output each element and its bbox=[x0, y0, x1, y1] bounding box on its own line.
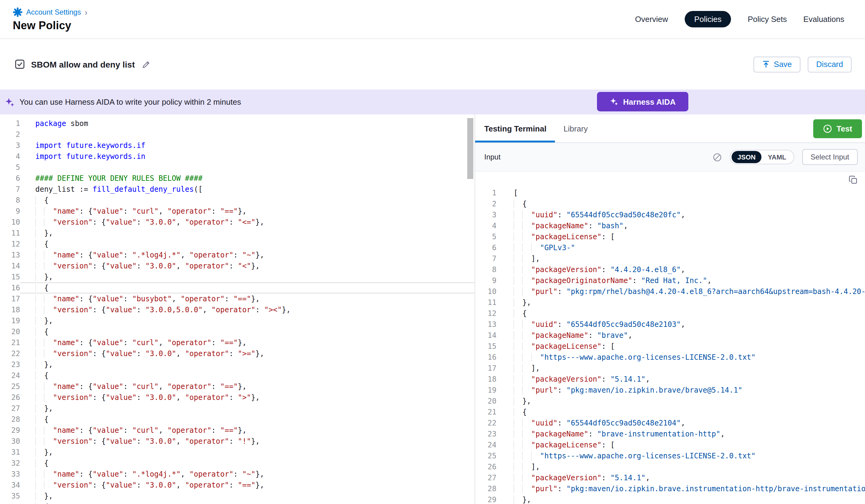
breadcrumb-account-settings-link[interactable]: Account Settings bbox=[26, 8, 81, 16]
input-json-line[interactable]: 4 "packageName": "bash", bbox=[475, 220, 865, 231]
line-number: 13 bbox=[475, 319, 496, 330]
editor-code-line[interactable]: 28 { bbox=[0, 414, 474, 425]
editor-code-line[interactable]: 4import future.keywords.in bbox=[0, 151, 474, 162]
editor-code-line[interactable]: 21 "name": {"value": "curl", "operator":… bbox=[0, 337, 474, 348]
input-json-line[interactable]: 9 "packageOriginatorName": "Red Hat, Inc… bbox=[475, 275, 865, 286]
main-area: 1package sbom23import future.keywords.if… bbox=[0, 115, 865, 504]
policy-actions: Save Discard bbox=[754, 56, 852, 72]
input-json-viewer[interactable]: 1[2 {3 "uuid": "65544df05cc9ad50c48e20fc… bbox=[475, 172, 865, 504]
input-json-line[interactable]: 6 "GPLv3-" bbox=[475, 242, 865, 253]
sparkle-icon bbox=[610, 97, 618, 106]
editor-scrollbar-thumb[interactable] bbox=[467, 118, 473, 179]
editor-code-line[interactable]: 19 }, bbox=[0, 315, 474, 326]
input-json-line[interactable]: 15 "packageLicense": [ bbox=[475, 341, 865, 352]
input-json-line[interactable]: 2 { bbox=[475, 198, 865, 209]
editor-code-line[interactable]: 6#### DEFINE YOUR DENY RULES BELOW #### bbox=[0, 173, 474, 184]
editor-code-line[interactable]: 12 { bbox=[0, 238, 474, 249]
editor-code-line[interactable]: 5 bbox=[0, 162, 474, 173]
copy-icon[interactable] bbox=[849, 175, 858, 184]
input-json-line[interactable]: 29 }, bbox=[475, 494, 865, 504]
editor-code-line[interactable]: 36 { bbox=[0, 502, 474, 504]
format-toggle-yaml[interactable]: YAML bbox=[762, 151, 792, 163]
input-json-line[interactable]: 24 "packageLicense": [ bbox=[475, 439, 865, 450]
input-json-line[interactable]: 26 ], bbox=[475, 461, 865, 472]
editor-code-line[interactable]: 25 "name": {"value": "curl", "operator":… bbox=[0, 381, 474, 392]
input-json-line[interactable]: 8 "packageVersion": "4.4.20-4.el8_6", bbox=[475, 264, 865, 275]
input-json-line[interactable]: 16 "https---www.apache.org-licenses-LICE… bbox=[475, 352, 865, 363]
tab-library[interactable]: Library bbox=[555, 115, 596, 142]
editor-code-line[interactable]: 32 { bbox=[0, 458, 474, 469]
input-json-line[interactable]: 1[ bbox=[475, 187, 865, 198]
policy-code-editor[interactable]: 1package sbom23import future.keywords.if… bbox=[0, 115, 475, 504]
input-json-line[interactable]: 11 }, bbox=[475, 297, 865, 308]
test-button[interactable]: Test bbox=[813, 119, 862, 138]
save-button[interactable]: Save bbox=[754, 56, 800, 72]
input-json-line[interactable]: 14 "packageName": "brave", bbox=[475, 330, 865, 341]
play-circle-icon bbox=[823, 124, 832, 133]
editor-code-line[interactable]: 29 "name": {"value": "curl", "operator":… bbox=[0, 425, 474, 436]
input-json-line[interactable]: 7 ], bbox=[475, 253, 865, 264]
code-line-content: { bbox=[20, 414, 474, 425]
editor-code-line[interactable]: 13 "name": {"value": ".*log4j.*", "opera… bbox=[0, 249, 474, 260]
editor-code-line[interactable]: 31 }, bbox=[0, 447, 474, 458]
editor-code-line[interactable]: 23 }, bbox=[0, 359, 474, 370]
editor-code-line[interactable]: 26 "version": {"value": "3.0.0", "operat… bbox=[0, 392, 474, 403]
editor-code-line[interactable]: 11 }, bbox=[0, 228, 474, 238]
input-json-line[interactable]: 13 "uuid": "65544df05cc9ad50c48e2103", bbox=[475, 319, 865, 330]
editor-code-line[interactable]: 22 "version": {"value": "3.0.0", "operat… bbox=[0, 348, 474, 359]
editor-code-line[interactable]: 15 }, bbox=[0, 271, 474, 282]
code-line-content: }, bbox=[20, 447, 474, 458]
discard-button[interactable]: Discard bbox=[808, 56, 852, 72]
editor-code-line[interactable]: 1package sbom bbox=[0, 118, 474, 129]
line-number: 22 bbox=[475, 418, 496, 429]
editor-code-line[interactable]: 7deny_list := fill_default_deny_rules([ bbox=[0, 184, 474, 195]
editor-code-line[interactable]: 10 "version": {"value": "3.0.0", "operat… bbox=[0, 217, 474, 228]
line-number: 10 bbox=[475, 286, 496, 297]
nav-tab-evaluations[interactable]: Evaluations bbox=[804, 15, 844, 24]
input-json-line[interactable]: 19 "purl": "pkg:maven/io.zipkin.brave/br… bbox=[475, 385, 865, 396]
input-json-line[interactable]: 23 "packageName": "brave-instrumentation… bbox=[475, 429, 865, 439]
editor-code-line[interactable]: 3import future.keywords.if bbox=[0, 140, 474, 151]
terminal-tabs: Testing Terminal Library bbox=[475, 115, 596, 142]
input-json-line[interactable]: 28 "purl": "pkg:maven/io.zipkin.brave.in… bbox=[475, 483, 865, 494]
editor-code-line[interactable]: 30 "version": {"value": "3.0.0", "operat… bbox=[0, 436, 474, 447]
input-json-line[interactable]: 18 "packageVersion": "5.14.1", bbox=[475, 374, 865, 385]
nav-tab-policy-sets[interactable]: Policy Sets bbox=[748, 15, 787, 24]
harness-aida-button[interactable]: Harness AIDA bbox=[597, 92, 688, 112]
editor-code-line[interactable]: 8 { bbox=[0, 195, 474, 206]
editor-code-line[interactable]: 24 { bbox=[0, 370, 474, 381]
code-line-content: "packageOriginatorName": "Red Hat, Inc."… bbox=[496, 275, 865, 286]
editor-code-line[interactable]: 2 bbox=[0, 129, 474, 140]
input-json-line[interactable]: 25 "https---www.apache.org-licenses-LICE… bbox=[475, 450, 865, 461]
editor-code-line[interactable]: 14 "version": {"value": "3.0.0", "operat… bbox=[0, 260, 474, 271]
clear-input-icon[interactable] bbox=[712, 152, 722, 162]
input-json-line[interactable]: 12 { bbox=[475, 308, 865, 319]
line-number: 22 bbox=[0, 348, 20, 359]
input-json-line[interactable]: 17 ], bbox=[475, 363, 865, 374]
editor-code-line[interactable]: 34 "version": {"value": "3.0.0", "operat… bbox=[0, 480, 474, 491]
editor-code-line[interactable]: 35 }, bbox=[0, 491, 474, 502]
editor-code-line[interactable]: 17 "name": {"value": "busybot", "operato… bbox=[0, 293, 474, 304]
nav-tab-overview[interactable]: Overview bbox=[635, 15, 668, 24]
editor-code-line[interactable]: 18 "version": {"value": "3.0.0,5.0.0", "… bbox=[0, 304, 474, 315]
edit-policy-name-button[interactable] bbox=[141, 59, 152, 70]
input-json-line[interactable]: 5 "packageLicense": [ bbox=[475, 231, 865, 242]
line-number: 32 bbox=[0, 458, 20, 469]
tab-testing-terminal[interactable]: Testing Terminal bbox=[475, 115, 555, 142]
input-json-line[interactable]: 22 "uuid": "65544df05cc9ad50c48e2104", bbox=[475, 418, 865, 429]
editor-code-line[interactable]: 9 "name": {"value": "curl", "operator": … bbox=[0, 206, 474, 217]
input-json-line[interactable]: 20 }, bbox=[475, 396, 865, 407]
input-json-line[interactable]: 27 "packageVersion": "5.14.1", bbox=[475, 472, 865, 483]
input-json-line[interactable]: 21 { bbox=[475, 407, 865, 418]
editor-code-line[interactable]: 33 "name": {"value": ".*log4j.*", "opera… bbox=[0, 469, 474, 480]
editor-code-line[interactable]: 20 { bbox=[0, 326, 474, 337]
input-json-line[interactable]: 3 "uuid": "65544df05cc9ad50c48e20fc", bbox=[475, 209, 865, 220]
input-json-line[interactable]: 10 "purl": "pkg:rpm/rhel/bash@4.4.20-4.e… bbox=[475, 286, 865, 297]
format-toggle-json[interactable]: JSON bbox=[731, 151, 762, 163]
header-left: Account Settings › New Policy bbox=[13, 0, 88, 38]
editor-code-line[interactable]: 27 }, bbox=[0, 403, 474, 414]
select-input-button[interactable]: Select Input bbox=[802, 149, 858, 165]
nav-tab-policies[interactable]: Policies bbox=[684, 11, 731, 27]
harness-logo-icon[interactable] bbox=[13, 7, 23, 17]
editor-code-line[interactable]: 16 { bbox=[0, 282, 474, 293]
